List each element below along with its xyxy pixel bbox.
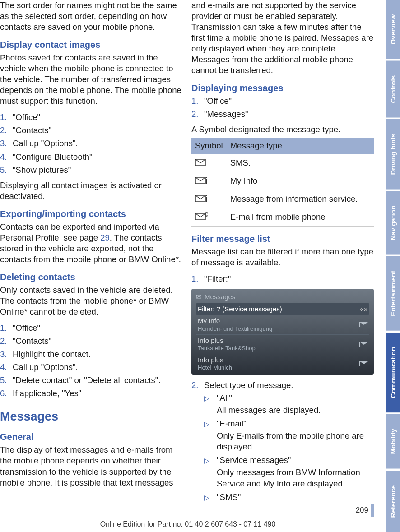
list-item: "Service messages" Only messages from BM… — [204, 455, 374, 489]
list-item: Highlight the contact. — [0, 349, 182, 360]
option-desc: Only E-mails from the mobile phone are d… — [217, 430, 374, 452]
screenshot-row-text: Info plus — [198, 356, 232, 365]
heading-displaying-messages: Displaying messages — [191, 82, 374, 94]
filter-options: "All" All messages are displayed. "E-mai… — [204, 393, 374, 502]
heading-export-import: Exporting/importing contacts — [0, 208, 182, 220]
table-head-type: Message type — [227, 138, 374, 154]
svg-rect-6 — [206, 197, 207, 202]
delete-steps: "Office" "Contacts" Highlight the contac… — [0, 323, 182, 399]
screenshot-row: Info plus Tankstelle Tank&Shop — [196, 334, 369, 354]
filter-body: Message list can be filtered if more tha… — [191, 246, 374, 268]
screenshot-row-text: Filter: ? (Service messages) — [198, 305, 282, 314]
display-images-body: Photos saved for contacts are saved in t… — [0, 52, 182, 106]
list-item: Call up "Options". — [0, 362, 182, 373]
envelope-icon — [359, 342, 367, 347]
filter-steps-2: Select type of message. "All" All messag… — [191, 380, 374, 502]
list-item: "Contacts" — [0, 336, 182, 347]
option-label: "SMS" — [217, 492, 241, 502]
general-continuation: and e-mails are not supported by the ser… — [191, 0, 374, 76]
section-title-messages: Messages — [0, 409, 182, 425]
chevrons-icon: «» — [360, 305, 367, 314]
table-head-symbol: Symbol — [191, 138, 227, 154]
option-label: "Service messages" — [217, 455, 291, 465]
tab-reference[interactable]: Reference — [386, 471, 400, 532]
list-item: Select type of message. "All" All messag… — [191, 380, 374, 502]
table-row: @ E-mail from mobile phone — [191, 208, 374, 226]
tab-entertainment[interactable]: Entertainment — [386, 256, 400, 331]
list-item: "Office" — [0, 323, 182, 333]
tab-controls[interactable]: Controls — [386, 61, 400, 118]
list-item: "E-mail" Only E-mails from the mobile ph… — [204, 418, 374, 452]
tab-communication[interactable]: Communication — [386, 333, 400, 412]
screenshot-row-sub: Hemden- und Textilreinigung — [198, 325, 272, 333]
table-cell: SMS. — [227, 154, 374, 172]
envelope-at-icon: @ — [195, 212, 208, 223]
list-item: "Messages" — [191, 109, 374, 120]
list-item: "Configure Bluetooth" — [0, 152, 182, 162]
envelope-icon — [359, 322, 367, 327]
table-cell: Message from information service. — [227, 190, 374, 208]
tab-navigation[interactable]: Navigation — [386, 191, 400, 255]
table-cell: My Info — [227, 172, 374, 190]
screenshot-title: Messages — [205, 292, 235, 301]
option-desc: Only messages from BMW Information Servi… — [217, 467, 374, 489]
list-item: "Office" — [191, 96, 374, 106]
svg-rect-5 — [206, 195, 207, 196]
screenshot-header: ✉ Messages — [196, 292, 369, 301]
displaying-steps: "Office" "Messages" — [191, 96, 374, 120]
page-marker-bar — [371, 504, 374, 517]
message-type-table: Symbol Message type SMS. My Info Message… — [191, 138, 374, 227]
svg-text:@: @ — [204, 212, 208, 217]
option-desc: All messages are displayed. — [217, 405, 374, 416]
messages-icon: ✉ — [196, 292, 202, 301]
option-label: "All" — [217, 393, 232, 402]
right-column: and e-mails are not supported by the ser… — [191, 0, 374, 507]
screenshot-row-text: My Info — [198, 316, 272, 325]
table-row: Message from information service. — [191, 190, 374, 208]
list-item: If applicable, "Yes" — [0, 388, 182, 399]
list-item: "All" All messages are displayed. — [204, 393, 374, 416]
display-images-after: Displaying all contact images is activat… — [0, 180, 182, 202]
text: Select type of message. — [204, 380, 293, 390]
screenshot-row: Filter: ? (Service messages) «» — [196, 303, 369, 315]
export-body: Contacts can be exported and imported vi… — [0, 222, 182, 265]
delete-body: Only contacts saved in the vehicle are d… — [0, 285, 182, 317]
tab-driving-hints[interactable]: Driving hints — [386, 119, 400, 190]
symbol-note: A Symbol designated the message type. — [191, 124, 374, 135]
left-column: The sort order for names might not be th… — [0, 0, 182, 507]
list-item: Call up "Options". — [0, 138, 182, 149]
heading-filter-message-list: Filter message list — [191, 233, 374, 245]
svg-rect-2 — [206, 177, 207, 178]
screenshot-row: Info plus Hotel Munich — [196, 354, 369, 373]
table-row: My Info — [191, 172, 374, 190]
page-number-text: 209 — [356, 505, 368, 515]
section-tabs: Overview Controls Driving hints Navigati… — [386, 0, 400, 532]
sort-order-note: The sort order for names might not be th… — [0, 0, 182, 32]
list-item: "SMS" — [204, 492, 374, 503]
screenshot-row-text: Info plus — [198, 336, 256, 345]
envelope-icon — [195, 158, 206, 169]
list-item: "Delete contact" or "Delete all contacts… — [0, 375, 182, 386]
envelope-info-icon — [195, 194, 208, 205]
page-number: 209 — [356, 504, 374, 517]
screenshot-row-sub: Tankstelle Tank&Shop — [198, 345, 256, 352]
list-item: "Filter:" — [191, 273, 374, 284]
tab-overview[interactable]: Overview — [386, 0, 400, 59]
screenshot-row: My Info Hemden- und Textilreinigung — [196, 315, 369, 334]
list-item: "Show pictures" — [0, 165, 182, 176]
svg-rect-3 — [206, 179, 207, 184]
filter-steps: "Filter:" — [191, 273, 374, 284]
display-images-steps: "Office" "Contacts" Call up "Options". "… — [0, 112, 182, 175]
general-body: The display of text messages and e-mails… — [0, 444, 182, 488]
heading-deleting-contacts: Deleting contacts — [0, 271, 182, 283]
tab-mobility[interactable]: Mobility — [386, 414, 400, 469]
table-row: SMS. — [191, 154, 374, 172]
page-ref-link[interactable]: 29 — [100, 233, 110, 242]
heading-general: General — [0, 431, 182, 443]
table-cell: E-mail from mobile phone — [227, 208, 374, 226]
heading-display-contact-images: Display contact images — [0, 39, 182, 51]
list-item: "Contacts" — [0, 125, 182, 136]
footer-text: Online Edition for Part no. 01 40 2 607 … — [0, 520, 376, 529]
list-item: "Office" — [0, 112, 182, 123]
idrive-screenshot: ✉ Messages Filter: ? (Service messages) … — [191, 289, 374, 375]
